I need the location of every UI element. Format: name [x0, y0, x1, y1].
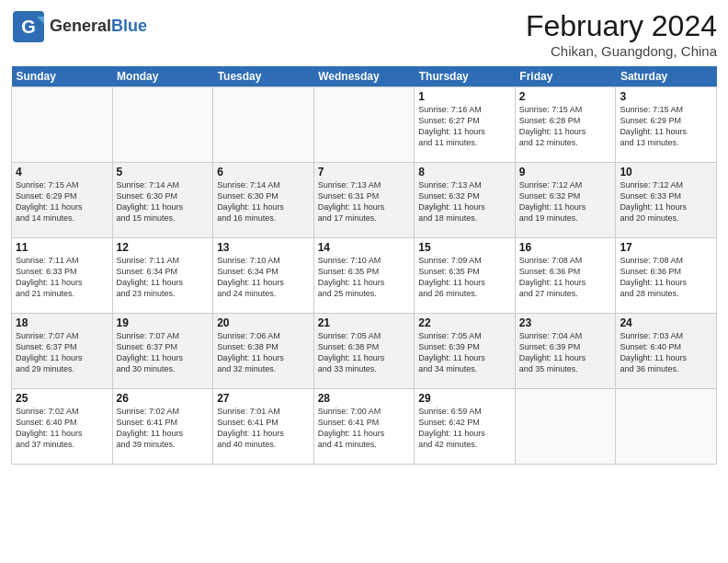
day-info: Sunrise: 7:04 AM Sunset: 6:39 PM Dayligh… — [519, 330, 612, 375]
day-number: 20 — [217, 316, 310, 329]
day-number: 25 — [16, 392, 108, 405]
table-row: 13Sunrise: 7:10 AM Sunset: 6:34 PM Dayli… — [213, 238, 314, 314]
day-info: Sunrise: 7:11 AM Sunset: 6:33 PM Dayligh… — [16, 255, 108, 300]
table-row: 17Sunrise: 7:08 AM Sunset: 6:36 PM Dayli… — [616, 238, 717, 314]
table-row: 9Sunrise: 7:12 AM Sunset: 6:32 PM Daylig… — [515, 163, 616, 238]
table-row: 22Sunrise: 7:05 AM Sunset: 6:39 PM Dayli… — [415, 314, 516, 389]
day-info: Sunrise: 7:08 AM Sunset: 6:36 PM Dayligh… — [519, 255, 612, 300]
subtitle: Chikan, Guangdong, China — [526, 43, 717, 59]
day-number: 14 — [318, 241, 411, 254]
day-number: 12 — [117, 241, 210, 254]
day-info: Sunrise: 7:07 AM Sunset: 6:37 PM Dayligh… — [117, 330, 210, 375]
day-info: Sunrise: 7:09 AM Sunset: 6:35 PM Dayligh… — [418, 255, 511, 300]
col-monday: Monday — [112, 66, 213, 87]
day-info: Sunrise: 7:03 AM Sunset: 6:40 PM Dayligh… — [620, 330, 712, 375]
day-number: 19 — [117, 316, 210, 329]
col-sunday: Sunday — [12, 66, 113, 87]
table-row: 19Sunrise: 7:07 AM Sunset: 6:37 PM Dayli… — [112, 314, 213, 389]
table-row: 2Sunrise: 7:15 AM Sunset: 6:28 PM Daylig… — [515, 87, 616, 163]
logo-blue: Blue — [111, 17, 147, 35]
table-row — [213, 87, 314, 163]
day-info: Sunrise: 7:10 AM Sunset: 6:34 PM Dayligh… — [217, 255, 310, 300]
col-thursday: Thursday — [415, 66, 516, 87]
day-number: 6 — [217, 166, 310, 178]
day-info: Sunrise: 7:08 AM Sunset: 6:36 PM Dayligh… — [620, 255, 712, 300]
day-info: Sunrise: 7:15 AM Sunset: 6:28 PM Dayligh… — [519, 104, 612, 149]
day-info: Sunrise: 7:13 AM Sunset: 6:31 PM Dayligh… — [318, 179, 411, 224]
calendar-week-row: 11Sunrise: 7:11 AM Sunset: 6:33 PM Dayli… — [12, 238, 717, 314]
col-tuesday: Tuesday — [213, 66, 314, 87]
calendar-week-row: 18Sunrise: 7:07 AM Sunset: 6:37 PM Dayli… — [12, 314, 717, 389]
table-row — [616, 389, 717, 465]
header-row: Sunday Monday Tuesday Wednesday Thursday… — [12, 66, 717, 87]
day-number: 8 — [418, 166, 511, 178]
day-info: Sunrise: 7:10 AM Sunset: 6:35 PM Dayligh… — [318, 255, 411, 300]
table-row: 6Sunrise: 7:14 AM Sunset: 6:30 PM Daylig… — [213, 163, 314, 238]
day-info: Sunrise: 7:15 AM Sunset: 6:29 PM Dayligh… — [16, 179, 108, 224]
day-info: Sunrise: 7:05 AM Sunset: 6:38 PM Dayligh… — [318, 330, 411, 375]
table-row: 23Sunrise: 7:04 AM Sunset: 6:39 PM Dayli… — [515, 314, 616, 389]
day-number: 13 — [217, 241, 310, 254]
day-number: 26 — [117, 392, 210, 405]
col-saturday: Saturday — [616, 66, 717, 87]
svg-text:G: G — [21, 17, 36, 37]
day-number: 9 — [519, 166, 612, 178]
day-number: 16 — [519, 241, 612, 254]
day-number: 10 — [620, 166, 712, 178]
calendar-week-row: 1Sunrise: 7:16 AM Sunset: 6:27 PM Daylig… — [12, 87, 717, 163]
table-row — [112, 87, 213, 163]
title-block: February 2024 Chikan, Guangdong, China — [526, 9, 717, 59]
table-row: 25Sunrise: 7:02 AM Sunset: 6:40 PM Dayli… — [12, 389, 113, 465]
day-info: Sunrise: 7:00 AM Sunset: 6:41 PM Dayligh… — [318, 406, 411, 451]
calendar-table: Sunday Monday Tuesday Wednesday Thursday… — [11, 66, 717, 465]
table-row: 4Sunrise: 7:15 AM Sunset: 6:29 PM Daylig… — [12, 163, 113, 238]
logo-general: General — [50, 17, 111, 35]
day-number: 24 — [620, 316, 712, 329]
day-info: Sunrise: 7:14 AM Sunset: 6:30 PM Dayligh… — [217, 179, 310, 224]
table-row: 3Sunrise: 7:15 AM Sunset: 6:29 PM Daylig… — [616, 87, 717, 163]
month-title: February 2024 — [526, 9, 717, 43]
day-number: 23 — [519, 316, 612, 329]
day-info: Sunrise: 7:06 AM Sunset: 6:38 PM Dayligh… — [217, 330, 310, 375]
table-row: 5Sunrise: 7:14 AM Sunset: 6:30 PM Daylig… — [112, 163, 213, 238]
table-row: 27Sunrise: 7:01 AM Sunset: 6:41 PM Dayli… — [213, 389, 314, 465]
table-row: 26Sunrise: 7:02 AM Sunset: 6:41 PM Dayli… — [112, 389, 213, 465]
day-info: Sunrise: 7:15 AM Sunset: 6:29 PM Dayligh… — [620, 104, 712, 149]
day-info: Sunrise: 7:02 AM Sunset: 6:40 PM Dayligh… — [16, 406, 108, 451]
table-row: 10Sunrise: 7:12 AM Sunset: 6:33 PM Dayli… — [616, 163, 717, 238]
day-number: 17 — [620, 241, 712, 254]
calendar-week-row: 4Sunrise: 7:15 AM Sunset: 6:29 PM Daylig… — [12, 163, 717, 238]
day-number: 4 — [16, 166, 108, 178]
table-row: 21Sunrise: 7:05 AM Sunset: 6:38 PM Dayli… — [313, 314, 415, 389]
day-info: Sunrise: 7:01 AM Sunset: 6:41 PM Dayligh… — [217, 406, 310, 451]
day-number: 15 — [418, 241, 511, 254]
day-info: Sunrise: 7:07 AM Sunset: 6:37 PM Dayligh… — [16, 330, 108, 375]
table-row: 20Sunrise: 7:06 AM Sunset: 6:38 PM Dayli… — [213, 314, 314, 389]
day-info: Sunrise: 7:12 AM Sunset: 6:32 PM Dayligh… — [519, 179, 612, 224]
day-number: 29 — [418, 392, 511, 405]
day-number: 3 — [620, 90, 712, 103]
table-row: 12Sunrise: 7:11 AM Sunset: 6:34 PM Dayli… — [112, 238, 213, 314]
day-info: Sunrise: 7:13 AM Sunset: 6:32 PM Dayligh… — [418, 179, 511, 224]
day-number: 21 — [318, 316, 411, 329]
day-info: Sunrise: 6:59 AM Sunset: 6:42 PM Dayligh… — [418, 406, 511, 451]
table-row: 7Sunrise: 7:13 AM Sunset: 6:31 PM Daylig… — [313, 163, 415, 238]
table-row: 29Sunrise: 6:59 AM Sunset: 6:42 PM Dayli… — [415, 389, 516, 465]
table-row — [515, 389, 616, 465]
day-number: 18 — [16, 316, 108, 329]
page-container: G GeneralBlue February 2024 Chikan, Guan… — [0, 0, 728, 470]
day-number: 2 — [519, 90, 612, 103]
header: G GeneralBlue February 2024 Chikan, Guan… — [11, 9, 717, 59]
table-row: 1Sunrise: 7:16 AM Sunset: 6:27 PM Daylig… — [415, 87, 516, 163]
day-info: Sunrise: 7:12 AM Sunset: 6:33 PM Dayligh… — [620, 179, 712, 224]
table-row: 18Sunrise: 7:07 AM Sunset: 6:37 PM Dayli… — [12, 314, 113, 389]
day-number: 5 — [117, 166, 210, 178]
calendar-week-row: 25Sunrise: 7:02 AM Sunset: 6:40 PM Dayli… — [12, 389, 717, 465]
col-wednesday: Wednesday — [313, 66, 415, 87]
table-row: 14Sunrise: 7:10 AM Sunset: 6:35 PM Dayli… — [313, 238, 415, 314]
col-friday: Friday — [515, 66, 616, 87]
day-info: Sunrise: 7:11 AM Sunset: 6:34 PM Dayligh… — [117, 255, 210, 300]
day-info: Sunrise: 7:02 AM Sunset: 6:41 PM Dayligh… — [117, 406, 210, 451]
table-row — [313, 87, 415, 163]
day-number: 27 — [217, 392, 310, 405]
